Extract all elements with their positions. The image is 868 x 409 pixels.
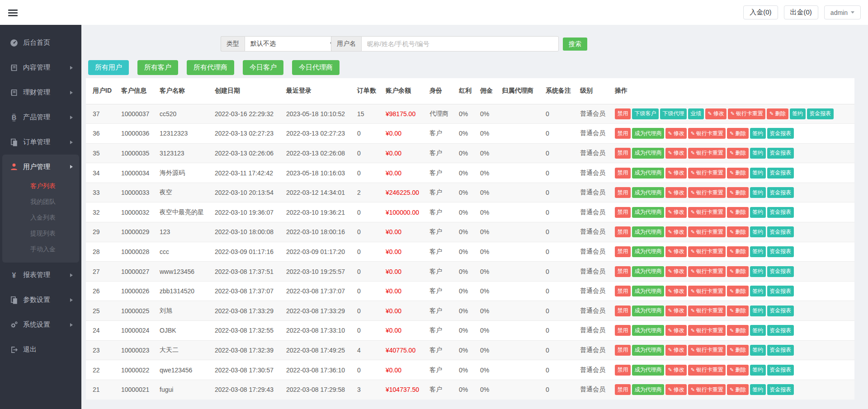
sidebar-subitem[interactable]: 手动入金 xyxy=(2,241,79,257)
sidebar-subitem[interactable]: 客户列表 xyxy=(2,178,79,194)
sign-button[interactable]: 签约 xyxy=(750,306,766,316)
funds-report-button[interactable]: 资金报表 xyxy=(767,187,794,198)
today-customers-button[interactable]: 今日客户 xyxy=(243,60,283,75)
disable-button[interactable]: 禁用 xyxy=(615,128,631,139)
become-agent-button[interactable]: 成为代理商 xyxy=(632,306,664,316)
edit-button[interactable]: ✎修改 xyxy=(665,266,687,277)
all-users-button[interactable]: 所有用户 xyxy=(88,60,129,75)
delete-button[interactable]: ✎删除 xyxy=(727,325,748,336)
edit-button[interactable]: ✎修改 xyxy=(665,325,687,336)
sidebar-item-system[interactable]: 系统设置 xyxy=(0,312,81,337)
delete-button[interactable]: ✎删除 xyxy=(727,128,748,139)
today-agents-button[interactable]: 今日代理商 xyxy=(292,60,340,75)
become-agent-button[interactable]: 成为代理商 xyxy=(632,266,664,277)
funds-report-button[interactable]: 资金报表 xyxy=(767,286,794,296)
delete-button[interactable]: ✎删除 xyxy=(727,345,748,356)
delete-button[interactable]: ✎删除 xyxy=(727,266,748,277)
sidebar-subitem[interactable]: 提现列表 xyxy=(2,226,79,241)
funds-report-button[interactable]: 资金报表 xyxy=(767,365,794,376)
sidebar-item-finance[interactable]: 理财管理 xyxy=(0,80,81,105)
delete-button[interactable]: ✎删除 xyxy=(727,286,748,296)
bank-card-reset-button[interactable]: ✎银行卡重置 xyxy=(688,128,726,139)
sidebar-item-content[interactable]: 内容管理 xyxy=(0,55,81,80)
edit-button[interactable]: ✎修改 xyxy=(665,286,687,296)
edit-button[interactable]: ✎修改 xyxy=(705,108,726,119)
disable-button[interactable]: 禁用 xyxy=(615,168,631,179)
sign-button[interactable]: 签约 xyxy=(790,108,806,119)
bank-card-reset-button[interactable]: ✎银行卡重置 xyxy=(688,306,726,316)
funds-report-button[interactable]: 资金报表 xyxy=(767,306,794,316)
sign-button[interactable]: 签约 xyxy=(750,345,766,356)
funds-report-button[interactable]: 资金报表 xyxy=(767,384,794,395)
bank-card-reset-button[interactable]: ✎银行卡重置 xyxy=(688,246,726,257)
bank-card-reset-button[interactable]: ✎银行卡重置 xyxy=(688,226,726,237)
become-agent-button[interactable]: 成为代理商 xyxy=(632,246,664,257)
sign-button[interactable]: 签约 xyxy=(750,325,766,336)
disable-button[interactable]: 禁用 xyxy=(615,365,631,376)
sidebar-item-order[interactable]: 订单管理 xyxy=(0,130,81,155)
sign-button[interactable]: 签约 xyxy=(750,207,766,218)
sign-button[interactable]: 签约 xyxy=(750,266,766,277)
all-agents-button[interactable]: 所有代理商 xyxy=(187,60,234,75)
bank-card-reset-button[interactable]: ✎银行卡重置 xyxy=(688,148,726,159)
sign-button[interactable]: 签约 xyxy=(750,384,766,395)
funds-report-button[interactable]: 资金报表 xyxy=(767,128,794,139)
edit-button[interactable]: ✎修改 xyxy=(665,207,687,218)
sign-button[interactable]: 签约 xyxy=(750,226,766,237)
sign-button[interactable]: 签约 xyxy=(750,286,766,296)
edit-button[interactable]: ✎修改 xyxy=(665,246,687,257)
delete-button[interactable]: ✎删除 xyxy=(727,226,748,237)
funds-report-button[interactable]: 资金报表 xyxy=(767,148,794,159)
become-agent-button[interactable]: 成为代理商 xyxy=(632,345,664,356)
edit-button[interactable]: ✎修改 xyxy=(665,168,687,179)
funds-report-button[interactable]: 资金报表 xyxy=(767,246,794,257)
become-agent-button[interactable]: 成为代理商 xyxy=(632,325,664,336)
performance-button[interactable]: 业绩 xyxy=(688,108,704,119)
username-input[interactable] xyxy=(361,36,559,52)
edit-button[interactable]: ✎修改 xyxy=(665,384,687,395)
sidebar-item-product[interactable]: B产品管理 xyxy=(0,105,81,130)
disable-button[interactable]: 禁用 xyxy=(615,108,631,119)
admin-menu[interactable]: admin xyxy=(824,5,861,19)
delete-button[interactable]: ✎删除 xyxy=(727,384,748,395)
delete-button[interactable]: ✎删除 xyxy=(727,148,748,159)
hamburger-menu-icon[interactable] xyxy=(5,5,21,20)
disable-button[interactable]: 禁用 xyxy=(615,325,631,336)
disable-button[interactable]: 禁用 xyxy=(615,187,631,198)
bank-card-reset-button[interactable]: ✎银行卡重置 xyxy=(688,325,726,336)
type-select[interactable]: 默认不选 xyxy=(245,36,340,52)
delete-button[interactable]: ✎删除 xyxy=(727,246,748,257)
become-agent-button[interactable]: 成为代理商 xyxy=(632,187,664,198)
bank-card-reset-button[interactable]: ✎银行卡重置 xyxy=(688,365,726,376)
funds-report-button[interactable]: 资金报表 xyxy=(767,207,794,218)
become-agent-button[interactable]: 成为代理商 xyxy=(632,207,664,218)
disable-button[interactable]: 禁用 xyxy=(615,306,631,316)
bank-card-reset-button[interactable]: ✎银行卡重置 xyxy=(688,266,726,277)
bank-card-reset-button[interactable]: ✎银行卡重置 xyxy=(688,286,726,296)
disable-button[interactable]: 禁用 xyxy=(615,286,631,296)
funds-report-button[interactable]: 资金报表 xyxy=(767,168,794,179)
bank-card-reset-button[interactable]: ✎银行卡重置 xyxy=(688,207,726,218)
funds-report-button[interactable]: 资金报表 xyxy=(767,226,794,237)
disable-button[interactable]: 禁用 xyxy=(615,226,631,237)
deposit-button[interactable]: 入金(0) xyxy=(743,5,778,19)
become-agent-button[interactable]: 成为代理商 xyxy=(632,384,664,395)
bank-card-reset-button[interactable]: ✎银行卡重置 xyxy=(688,168,726,179)
become-agent-button[interactable]: 成为代理商 xyxy=(632,226,664,237)
edit-button[interactable]: ✎修改 xyxy=(665,306,687,316)
edit-button[interactable]: ✎修改 xyxy=(665,365,687,376)
sign-button[interactable]: 签约 xyxy=(750,168,766,179)
sidebar-item-report[interactable]: ¥报表管理 xyxy=(0,263,81,287)
delete-button[interactable]: ✎删除 xyxy=(727,365,748,376)
funds-report-button[interactable]: 资金报表 xyxy=(807,108,834,119)
sign-button[interactable]: 签约 xyxy=(750,365,766,376)
sign-button[interactable]: 签约 xyxy=(750,148,766,159)
sidebar-subitem[interactable]: 入金列表 xyxy=(2,210,79,226)
edit-button[interactable]: ✎修改 xyxy=(665,187,687,198)
disable-button[interactable]: 禁用 xyxy=(615,345,631,356)
funds-report-button[interactable]: 资金报表 xyxy=(767,266,794,277)
sub-agents-button[interactable]: 下级代理 xyxy=(660,108,687,119)
search-button[interactable]: 搜索 xyxy=(563,38,587,51)
become-agent-button[interactable]: 成为代理商 xyxy=(632,128,664,139)
bank-card-reset-button[interactable]: ✎银行卡重置 xyxy=(728,108,765,119)
